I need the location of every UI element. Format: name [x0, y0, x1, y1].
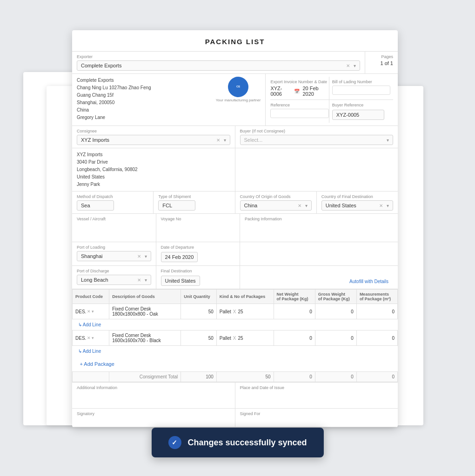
check-mark: ✓: [172, 439, 177, 446]
row2-code-select[interactable]: DES. ✕ ▾: [75, 336, 106, 341]
pages-label: Pages: [370, 54, 393, 59]
success-notification: ✓ Changes successfully synced: [151, 428, 323, 457]
total-packages: 50: [216, 372, 274, 382]
voyage-cell: Voyage No: [156, 214, 241, 242]
departure-value[interactable]: 24 Feb 2020: [161, 252, 198, 262]
loading-chevron-icon[interactable]: ▾: [145, 254, 147, 259]
destination-label: Country of Final Destination: [321, 194, 393, 199]
final-value[interactable]: United States: [161, 276, 200, 286]
origin-clear-icon[interactable]: ✕: [298, 203, 301, 208]
row1-description[interactable]: Fixed Corner Desk1800x1800x800 - Oak: [109, 304, 181, 319]
exporter-select[interactable]: Complete Exports ✕ ▾: [77, 60, 360, 71]
departure-label: Date of Departure: [161, 245, 235, 250]
method-select[interactable]: Sea: [77, 200, 114, 211]
vessel-input[interactable]: [77, 223, 151, 237]
consignee-addr3: Longbeach, California, 90802: [77, 166, 230, 173]
bol-input[interactable]: [332, 86, 390, 95]
voyage-label: Voyage No: [161, 217, 235, 221]
place-date-input[interactable]: [240, 391, 394, 405]
row2-measurements[interactable]: 0: [356, 331, 397, 346]
ref-label: Reference: [270, 103, 328, 107]
signature-row: Signatory Signed For: [72, 409, 398, 427]
row2-kind-value: Pallet: [220, 336, 231, 341]
origin-chevron-icon[interactable]: ▾: [305, 203, 308, 208]
buyer-select[interactable]: Select... ▾: [240, 135, 394, 145]
row1-code-clear[interactable]: ✕: [87, 309, 91, 314]
consignee-select[interactable]: XYZ Imports ✕ ▾: [77, 135, 230, 145]
exporter-clear-icon[interactable]: ✕: [346, 63, 350, 68]
row2-kind[interactable]: Pallet X 25: [216, 331, 274, 346]
table-header: Product Code Description of Goods Unit Q…: [73, 290, 398, 304]
discharge-cell: Port of Discharge Long Beach ✕ ▾: [72, 266, 156, 289]
add-line-row-2: ↳ Add Line: [73, 346, 398, 357]
discharge-clear-icon[interactable]: ✕: [137, 278, 141, 283]
row2-quantity[interactable]: 50: [181, 331, 216, 346]
signatory-cell: Signatory: [72, 409, 235, 427]
row2-gross-weight[interactable]: 0: [315, 331, 356, 346]
invoice-bol-cell: Export Invoice Number & Date XYZ-0006 📅 …: [266, 74, 398, 126]
buyer-chevron-icon[interactable]: ▾: [387, 138, 389, 143]
consignee-addr4: United States: [77, 173, 230, 181]
loading-clear-icon[interactable]: ✕: [137, 254, 141, 259]
row1-measurements[interactable]: 0: [356, 304, 397, 319]
add-line-button-1[interactable]: ↳ Add Line: [75, 320, 104, 329]
method-label: Method of Dispatch: [77, 194, 148, 199]
row1-kind[interactable]: Pallet X 25: [216, 304, 274, 319]
ref-input[interactable]: [270, 109, 328, 118]
row1-quantity[interactable]: 50: [181, 304, 216, 319]
consignee-addr2: 3040 Par Drive: [77, 159, 230, 166]
exporter-company-name: Complete Exports: [77, 77, 151, 84]
row1-code-select[interactable]: DES. ✕ ▾: [75, 309, 106, 314]
col-description: Description of Goods: [109, 290, 181, 304]
signed-label: Signed For: [240, 411, 394, 416]
buyer-ref-label: Buyer Reference: [332, 103, 390, 107]
exporter-select-value: Complete Exports: [81, 63, 121, 68]
logo-tagline: Your manufacturing partner: [216, 98, 261, 102]
consignee-clear-icon[interactable]: ✕: [216, 138, 220, 143]
col-kind: Kind & No of Packages: [216, 290, 274, 304]
discharge-chevron-icon[interactable]: ▾: [145, 278, 147, 283]
invoice-subcell: Export Invoice Number & Date XYZ-0006 📅 …: [270, 77, 328, 99]
exporter-chevron-icon[interactable]: ▾: [354, 63, 356, 68]
total-gross: 0: [315, 372, 356, 382]
loading-select[interactable]: Shanghai ✕ ▾: [77, 251, 151, 261]
loading-label: Port of Loading: [77, 245, 151, 250]
exporter-cell: Exporter Complete Exports ✕ ▾: [72, 52, 365, 73]
consignment-total-row: Consignment Total 100 50 0 0 0: [73, 372, 398, 382]
origin-select[interactable]: China ✕ ▾: [240, 200, 312, 211]
row2-description[interactable]: Fixed Corner Desk1600x1600x700 - Black: [109, 331, 181, 346]
shipment-select[interactable]: FCL: [158, 200, 195, 211]
success-check-icon: ✓: [168, 436, 181, 449]
table-header-row: Product Code Description of Goods Unit Q…: [73, 290, 398, 304]
add-line-button-2[interactable]: ↳ Add Line: [75, 347, 104, 356]
autofill-button[interactable]: Autofill with Details: [345, 277, 393, 286]
method-cell: Method of Dispatch Sea: [72, 192, 154, 213]
calendar-icon: 📅: [294, 89, 300, 94]
consignee-chevron-icon[interactable]: ▾: [224, 138, 226, 143]
additional-info-input[interactable]: [77, 391, 230, 405]
row2-code-chevron[interactable]: ▾: [92, 336, 94, 340]
buyer-ref-value[interactable]: XYZ-0005: [332, 110, 385, 120]
col-net-weight: Net Weightof Package (Kg): [274, 290, 315, 304]
packing-info-cell: Packing Information: [240, 214, 398, 242]
additional-info-row: Additional Information Place and Date of…: [72, 382, 398, 409]
exporter-addr2: Guang Chang 15f: [77, 92, 151, 99]
shipment-cell: Type of Shipment FCL: [154, 192, 235, 213]
voyage-input[interactable]: [161, 223, 235, 237]
autofill-cell: Autofill with Details: [240, 266, 398, 289]
row2-code[interactable]: DES. ✕ ▾: [73, 331, 109, 346]
row2-net-weight[interactable]: 0: [274, 331, 315, 346]
exporter-label: Exporter: [77, 54, 360, 59]
row1-gross-weight[interactable]: 0: [315, 304, 356, 319]
row1-net-weight[interactable]: 0: [274, 304, 315, 319]
row1-code[interactable]: DES. ✕ ▾: [73, 304, 109, 319]
row1-code-chevron[interactable]: ▾: [92, 309, 94, 314]
destination-clear-icon[interactable]: ✕: [379, 203, 383, 208]
consignee-select-cell: Consignee XYZ Imports ✕ ▾: [72, 126, 235, 148]
row2-code-clear[interactable]: ✕: [87, 336, 91, 340]
destination-select[interactable]: United States ✕ ▾: [321, 200, 393, 211]
discharge-row: Port of Discharge Long Beach ✕ ▾ Final D…: [72, 266, 398, 289]
add-package-button[interactable]: + Add Package: [75, 357, 119, 370]
destination-chevron-icon[interactable]: ▾: [387, 203, 389, 208]
discharge-select[interactable]: Long Beach ✕ ▾: [77, 275, 151, 285]
